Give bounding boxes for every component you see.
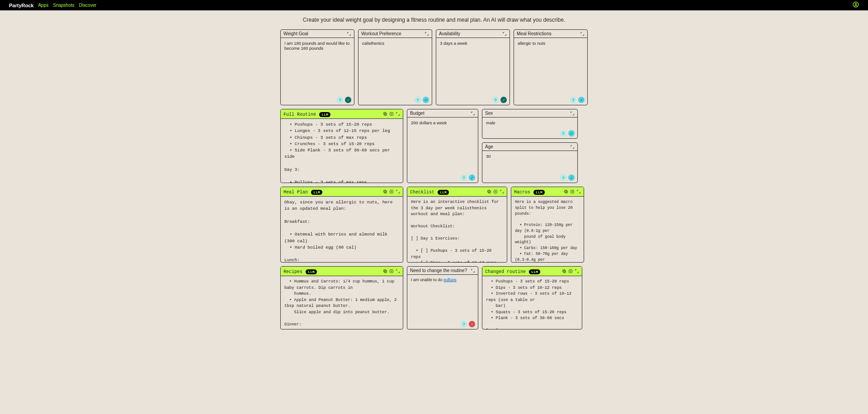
weight-goal-input[interactable] (284, 41, 350, 51)
expand-icon[interactable] (471, 111, 475, 116)
checklist-body: Here is an interactive checklist for the… (407, 197, 507, 262)
checklist-title: Checklist (410, 190, 434, 195)
brand-logo[interactable]: PartyRock (9, 3, 33, 8)
svg-rect-17 (563, 270, 566, 273)
page-tagline: Create your ideal weight goal by designi… (0, 10, 868, 29)
macros-body: Here is a suggested macro split to help … (511, 197, 584, 262)
llm-badge: LLM (529, 269, 540, 274)
expand-icon[interactable] (396, 269, 400, 273)
availability-input[interactable] (440, 41, 506, 51)
nav-apps[interactable]: Apps (38, 3, 48, 8)
profile-icon[interactable] (853, 1, 859, 9)
copy-icon[interactable] (487, 189, 491, 194)
svg-rect-15 (384, 270, 386, 272)
svg-rect-8 (488, 191, 491, 193)
expand-icon[interactable] (471, 268, 475, 273)
changed-routine-title: Changed routine (485, 269, 526, 274)
share-icon[interactable] (389, 189, 394, 194)
info-icon[interactable]: ? (560, 174, 566, 181)
share-icon[interactable] (570, 189, 575, 194)
info-icon[interactable]: ? (461, 321, 467, 327)
recipes-body: • Hummus and Carrots: 1/4 cup hummus, 1 … (281, 276, 403, 329)
nav-discover[interactable]: Discover (79, 3, 96, 8)
info-icon[interactable]: ? (492, 97, 499, 103)
llm-badge: LLM (319, 112, 330, 117)
svg-rect-5 (384, 191, 387, 193)
llm-badge: LLM (533, 190, 544, 195)
svg-rect-11 (565, 191, 567, 193)
budget-input[interactable] (411, 120, 474, 130)
copy-icon[interactable] (383, 189, 387, 194)
expand-icon[interactable] (576, 189, 581, 194)
change-routine-prefix[interactable]: I am unable to do (411, 278, 443, 282)
submit-icon[interactable]: ✓ (578, 97, 585, 103)
submit-icon[interactable]: ✓ (500, 97, 507, 103)
weight-goal-card: Weight Goal ? ✓ (280, 29, 354, 105)
meal-plan-body: Okay, since you are allergic to nuts, he… (281, 197, 403, 262)
expand-icon[interactable] (396, 189, 400, 194)
info-icon[interactable]: ? (415, 97, 421, 103)
full-routine-card: Full Routine LLM • Pushups - 3 sets of 1… (280, 109, 403, 183)
svg-point-1 (855, 3, 857, 5)
recipes-card: Recipes LLM • Hummus and Carrots: 1/4 cu… (280, 266, 403, 329)
submit-icon[interactable]: ✓ (568, 174, 575, 181)
error-icon[interactable]: ! (469, 321, 475, 327)
info-icon[interactable]: ? (461, 174, 467, 181)
llm-badge: LLM (438, 190, 448, 195)
full-routine-title: Full Routine (283, 112, 316, 117)
changed-routine-card: Changed routine LLM • Pushups - 3 sets o… (482, 266, 582, 329)
info-icon[interactable]: ? (560, 130, 566, 136)
sex-title: Sex (485, 111, 493, 116)
recipes-title: Recipes (283, 269, 302, 274)
share-icon[interactable] (389, 112, 394, 116)
submit-icon[interactable]: ✓ (345, 97, 351, 103)
submit-icon[interactable]: ✓ (568, 130, 575, 136)
availability-title: Availability (439, 31, 460, 36)
expand-icon[interactable] (570, 111, 575, 116)
change-routine-link[interactable]: pullups (443, 278, 457, 282)
age-input[interactable]: 30 (486, 154, 491, 159)
change-routine-card: Need to change the routine? I am unable … (407, 266, 478, 329)
copy-icon[interactable] (564, 189, 568, 194)
submit-icon[interactable]: ✓ (469, 174, 475, 181)
info-icon[interactable]: ? (337, 97, 343, 103)
expand-icon[interactable] (570, 145, 575, 149)
meal-restrictions-title: Meal Restrictions (517, 31, 552, 36)
meal-plan-card: Meal Plan LLM Okay, since you are allerg… (280, 187, 403, 263)
copy-icon[interactable] (383, 269, 387, 273)
expand-icon[interactable] (500, 189, 504, 194)
age-title: Age (485, 144, 493, 149)
age-card: Age 30 ? ✓ (482, 142, 578, 183)
svg-rect-6 (384, 190, 386, 193)
weight-goal-title: Weight Goal (283, 31, 308, 36)
submit-icon[interactable]: ✓ (423, 97, 429, 103)
sex-card: Sex male ? ✓ (482, 109, 578, 139)
nav-snapshots[interactable]: Snapshots (53, 3, 74, 8)
expand-icon[interactable] (347, 32, 351, 36)
expand-icon[interactable] (425, 32, 429, 36)
sex-input[interactable]: male (486, 120, 495, 125)
macros-card: Macros LLM Here is a suggested macro spl… (511, 187, 584, 263)
meal-plan-title: Meal Plan (283, 190, 308, 195)
svg-rect-3 (384, 113, 386, 115)
share-icon[interactable] (389, 269, 394, 273)
expand-icon[interactable] (580, 32, 585, 36)
share-icon[interactable] (568, 269, 573, 273)
copy-icon[interactable] (383, 112, 387, 116)
checklist-card: Checklist LLM Here is an interactive che… (407, 187, 507, 263)
share-icon[interactable] (493, 189, 498, 194)
meal-restrictions-input[interactable] (518, 41, 584, 51)
svg-rect-2 (384, 113, 387, 115)
expand-icon[interactable] (396, 112, 400, 116)
macros-title: Macros (514, 190, 530, 195)
expand-icon[interactable] (575, 269, 579, 273)
workout-pref-title: Workout Preference (361, 31, 401, 36)
changed-routine-body: • Pushups - 3 sets of 15-20 reps • Dips … (482, 276, 582, 329)
workout-pref-input[interactable] (362, 41, 428, 51)
copy-icon[interactable] (562, 269, 566, 273)
expand-icon[interactable] (502, 32, 507, 36)
budget-title: Budget (410, 111, 425, 116)
svg-rect-14 (384, 270, 387, 273)
info-icon[interactable]: ? (570, 97, 576, 103)
full-routine-body: • Pushups - 3 sets of 15-20 reps • Lunge… (281, 119, 403, 183)
